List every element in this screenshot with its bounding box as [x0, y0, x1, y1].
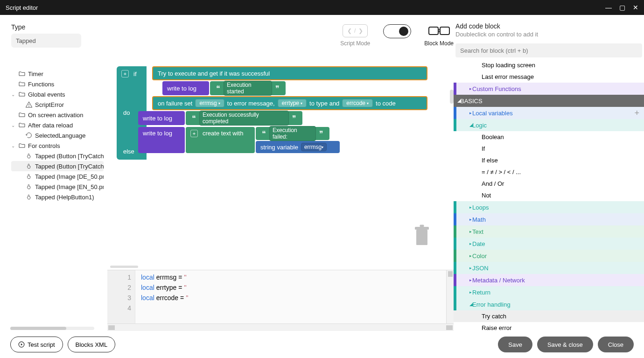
tree: Timer Functions ⌄Global events ScriptErr… [11, 69, 104, 202]
try-execute-block[interactable]: Try to execute and get if it was success… [152, 66, 427, 80]
svg-rect-5 [415, 227, 429, 230]
blocks-xml-button[interactable]: Blocks XML [68, 337, 116, 352]
tree-tap-4[interactable]: Tapped (Image [EN_50.png]) [11, 182, 104, 192]
text-block-success[interactable]: ❝ Execution successfully completed ❞ [186, 111, 302, 125]
text-block-failed[interactable]: ❝ Execution failed: ❞ [256, 127, 329, 140]
tree-scripterror[interactable]: ScriptError [11, 99, 104, 110]
svg-rect-6 [420, 225, 424, 227]
cat-local-vars[interactable]: ▸Local variables+ [454, 107, 644, 119]
save-close-button[interactable]: Save & close [537, 337, 593, 352]
tree-global-events[interactable]: ⌄Global events [11, 89, 104, 99]
center-panel: ❮ / ❯ Script Mode Block Mode +if do else [107, 15, 454, 331]
cat-logic[interactable]: ◢Logic [454, 119, 644, 131]
item-if[interactable]: If [454, 143, 644, 154]
code-scrollbar-v[interactable] [446, 270, 454, 323]
footer: Test script Blocks XML Save Save & close… [0, 331, 644, 358]
expand-icon[interactable]: + [190, 130, 198, 137]
titlebar: Script editor — ▢ ✕ [0, 0, 644, 15]
item-ifelse[interactable]: If else [454, 154, 644, 166]
tree-onscreen[interactable]: On screen activation [11, 110, 104, 120]
trash-icon[interactable] [413, 224, 430, 247]
close-icon[interactable]: ✕ [633, 4, 638, 11]
string-variable-block[interactable]: string variable errmsg ▾ [256, 141, 340, 153]
bottom-scrollbar[interactable] [10, 327, 94, 330]
item-stop-loading[interactable]: Stop loading screen [454, 59, 644, 71]
on-failure-block[interactable]: on failure set errmsg▾ to error message,… [152, 96, 427, 110]
expand-icon[interactable]: + [121, 70, 129, 77]
tree-tap-5[interactable]: Tapped (HelpButton1) [11, 192, 104, 202]
toggle-switch[interactable] [383, 24, 411, 38]
cat-basics[interactable]: ◢BASICS [454, 95, 644, 107]
search-input[interactable] [455, 43, 642, 57]
cat-custom-functions[interactable]: ▸Custom Functions [454, 83, 644, 95]
item-trycatch[interactable]: Try catch [454, 310, 644, 322]
tree-tap-3[interactable]: Tapped (Image [DE_50.png]) [11, 171, 104, 182]
tree-selectedlang[interactable]: SelectedLanguage [11, 130, 104, 140]
item-not[interactable]: Not [454, 190, 644, 201]
cat-color[interactable]: ▸Color [454, 250, 644, 262]
cat-error-handling[interactable]: ◢Error handling [454, 298, 644, 310]
errcode-field[interactable]: errcode▾ [342, 99, 373, 107]
cat-return[interactable]: ▸Return [454, 286, 644, 298]
cat-math[interactable]: ▸Math [454, 213, 644, 225]
tree-after-reload[interactable]: ⌄After data reload [11, 120, 104, 130]
workspace-scrollbar[interactable] [450, 90, 454, 104]
item-last-error[interactable]: Last error message [454, 71, 644, 83]
write-log-block-2[interactable]: write to log [138, 111, 185, 125]
create-text-block[interactable]: + create text with [186, 127, 255, 153]
right-panel: Add code block Doubleclick on control to… [454, 15, 644, 331]
line-gutter: 1234 [107, 270, 135, 323]
left-panel: Type Timer Functions ⌄Global events Scri… [0, 15, 107, 331]
type-input[interactable] [11, 34, 81, 48]
script-mode-button[interactable]: ❮ / ❯ Script Mode [340, 24, 370, 47]
tree-functions[interactable]: Functions [11, 79, 104, 89]
mode-toolbar: ❮ / ❯ Script Mode Block Mode [107, 15, 454, 66]
tree-tap-1[interactable]: Tapped (Button [TryCatch]) [11, 151, 104, 161]
write-log-block-1[interactable]: write to log [162, 81, 209, 95]
item-compare[interactable]: = / ≠ / > / < / ... [454, 166, 644, 178]
errtype-field[interactable]: errtype▾ [278, 99, 307, 107]
errmsg-field[interactable]: errmsg▾ [195, 99, 224, 107]
item-raise[interactable]: Raise error [454, 322, 644, 331]
quote-close-icon: ❞ [274, 84, 281, 93]
cat-metadata[interactable]: ▸Metadata / Network [454, 274, 644, 286]
tree-for-controls[interactable]: ⌄For controls [11, 140, 104, 151]
tree-tap-2[interactable]: Tapped (Button [TryCatch]) [11, 161, 104, 171]
block-mode-button[interactable]: Block Mode [424, 24, 454, 47]
block-list: Stop loading screen Last error message ▸… [454, 59, 644, 331]
cat-loops[interactable]: ▸Loops [454, 201, 644, 213]
errmsg-var[interactable]: errmsg ▾ [301, 143, 327, 151]
svg-point-1 [29, 106, 29, 107]
window-controls: — ▢ ✕ [605, 4, 638, 11]
type-label: Type [11, 23, 104, 31]
minimize-icon[interactable]: — [605, 4, 612, 11]
cat-date[interactable]: ▸Date [454, 238, 644, 250]
svg-rect-4 [416, 230, 427, 245]
pane-resize-handle[interactable] [110, 266, 138, 268]
right-hint: Doubleclick on control to add it [455, 31, 638, 38]
svg-rect-2 [429, 27, 438, 35]
text-block-started[interactable]: ❝ Execution started ❞ [210, 81, 286, 95]
save-button[interactable]: Save [498, 337, 532, 352]
add-variable-icon[interactable]: + [634, 108, 639, 118]
test-script-button[interactable]: Test script [10, 337, 63, 352]
block-mode-icon [427, 24, 452, 37]
quote-open-icon: ❝ [215, 84, 222, 93]
script-mode-icon: ❮ / ❯ [343, 24, 368, 37]
code-scrollbar-h[interactable] [107, 323, 454, 331]
blocks-workspace[interactable]: +if do else Try to execute and get if it… [107, 66, 454, 266]
tree-timer[interactable]: Timer [11, 69, 104, 79]
close-button[interactable]: Close [598, 337, 634, 352]
code-view[interactable]: local errmsg = '' local errtype = '' loc… [135, 270, 188, 323]
window-title: Script editor [6, 4, 38, 11]
item-boolean[interactable]: Boolean [454, 131, 644, 143]
svg-rect-3 [440, 27, 449, 35]
write-log-block-3[interactable]: write to log [138, 127, 185, 153]
code-pane: 1234 local errmsg = '' local errtype = '… [107, 270, 454, 323]
right-title: Add code block [455, 22, 638, 30]
cat-json[interactable]: ▸JSON [454, 262, 644, 274]
mode-toggle[interactable] [383, 24, 411, 38]
item-andor[interactable]: And / Or [454, 178, 644, 190]
cat-text[interactable]: ▸Text [454, 225, 644, 238]
maximize-icon[interactable]: ▢ [619, 4, 625, 11]
